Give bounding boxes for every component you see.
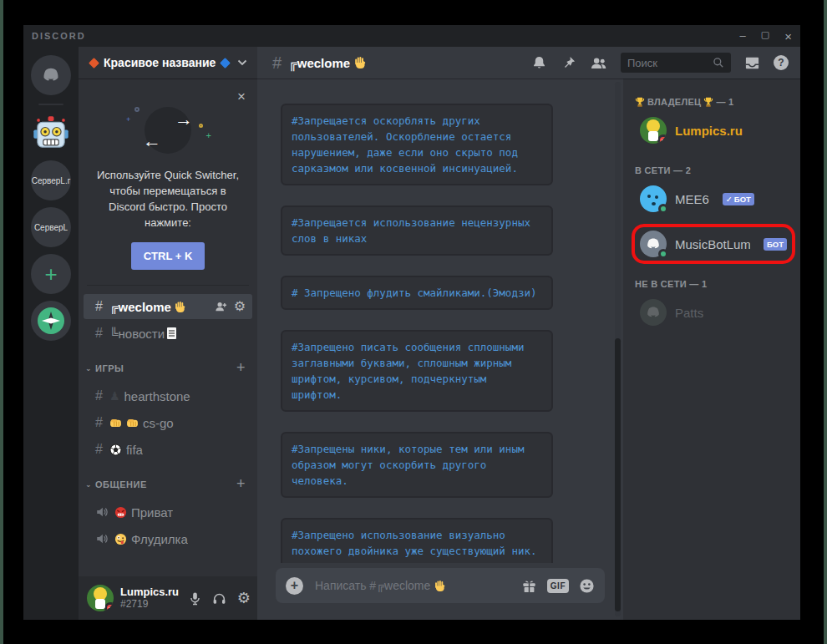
search-box — [621, 53, 731, 73]
user-settings-gear-icon[interactable]: ⚙ — [237, 591, 251, 606]
member-row-patts[interactable]: Patts — [635, 296, 792, 329]
ctrl-k-button[interactable]: CTRL + K — [131, 242, 205, 270]
channel-list: × → ← + + Используйте Quick Switcher, чт… — [79, 79, 257, 576]
avatar — [640, 185, 667, 212]
member-row-musicbotlumpics[interactable]: MusicBotLumpics БОТ — [635, 227, 792, 261]
add-channel-button[interactable]: + — [236, 475, 246, 493]
scrollbar[interactable] — [615, 82, 621, 616]
notifications-bell-icon[interactable] — [531, 55, 547, 71]
user-avatar[interactable] — [87, 585, 114, 611]
scrollbar-thumb[interactable] — [615, 338, 621, 611]
message-codeblock: #Запрещается использование нецензурных с… — [281, 205, 553, 256]
angry-face-emoji — [114, 506, 127, 519]
voice-channel-privat[interactable]: Приват — [79, 499, 257, 525]
fist-emoji — [126, 418, 139, 428]
server-name: Красивое название — [104, 56, 216, 69]
quick-switcher-text: Используйте Quick Switcher, чтобы переме… — [92, 167, 244, 231]
server-icon-serverl-g[interactable]: СерверL.г — [31, 160, 71, 200]
discord-wordmark: DISCORD — [32, 31, 86, 41]
emoji-picker-smiley-icon[interactable] — [579, 578, 595, 594]
chevron-down-icon: ⌄ — [85, 364, 92, 373]
member-list-people-icon[interactable] — [590, 56, 607, 70]
zany-face-emoji — [114, 533, 127, 545]
channel-weclome[interactable]: # ╔weclome ⚙ — [84, 294, 252, 319]
window-controls: – ▢ × — [740, 30, 792, 43]
pawn-emoji: ♟ — [109, 389, 120, 403]
server-icon-serverl[interactable]: СерверL — [31, 207, 71, 247]
channel-novosti[interactable]: # ╚новости — [79, 321, 257, 346]
hash-icon: # — [95, 415, 103, 430]
chevron-down-icon — [237, 59, 247, 66]
inbox-icon[interactable] — [744, 55, 760, 71]
server-rail: СерверL.г СерверL + — [23, 47, 79, 620]
close-icon[interactable]: × — [237, 89, 246, 105]
category-communication[interactable]: ⌄ ОБЩЕНИЕ + — [79, 475, 257, 493]
hash-icon: # — [95, 326, 103, 341]
search-input[interactable] — [627, 57, 713, 69]
arrow-left-icon: ← — [143, 132, 161, 150]
add-channel-button[interactable]: + — [236, 359, 246, 377]
server-header[interactable]: Красивое название — [79, 47, 257, 79]
decor-dot — [134, 107, 140, 112]
hand-emoji — [434, 580, 446, 592]
screenshot: DISCORD – ▢ × — [0, 0, 827, 644]
upload-plus-icon[interactable]: + — [286, 577, 303, 595]
deafen-headphones-icon[interactable] — [212, 592, 226, 605]
voice-channel-fludilka[interactable]: Флудилка — [79, 526, 257, 551]
search-icon — [713, 57, 724, 68]
help-icon[interactable]: ? — [774, 55, 789, 70]
message-list: #Запрещается оскорблять других пользоват… — [257, 79, 623, 563]
category-games[interactable]: ⌄ ИГРЫ + — [79, 359, 257, 377]
document-emoji — [167, 327, 176, 339]
dnd-status-badge — [657, 134, 667, 144]
server-discovery-button[interactable] — [31, 301, 71, 341]
user-panel: Lumpics.ru #2719 ⚙ — [79, 576, 257, 620]
message-codeblock: #Запрещено писать сообщения сплошными за… — [281, 330, 553, 412]
gift-icon[interactable] — [521, 578, 537, 594]
blue-diamond-icon — [220, 58, 231, 68]
speaker-icon — [95, 505, 109, 519]
hand-emoji — [353, 56, 367, 69]
member-row-mee6[interactable]: MEE6 ✓ БОТ — [635, 182, 792, 216]
hash-icon: # — [95, 442, 103, 457]
channel-hearthstone[interactable]: # ♟ hearthstone — [79, 383, 257, 408]
gif-picker-button[interactable]: GIF — [547, 579, 569, 593]
dnd-status-badge — [104, 602, 114, 611]
member-list: ВЛАДЕЛЕЦ — 1 Lumpics.ru В СЕТИ — [623, 79, 800, 620]
pinned-messages-pin-icon[interactable] — [561, 55, 576, 71]
member-row-lumpics[interactable]: Lumpics.ru — [635, 114, 792, 147]
message-codeblock: #Запрещено использование визуально похож… — [281, 518, 553, 563]
desktop-edge-right — [824, 0, 827, 644]
minimize-button[interactable]: – — [740, 30, 746, 43]
close-button[interactable]: × — [784, 30, 792, 43]
channel-settings-gear-icon[interactable]: ⚙ — [234, 300, 246, 313]
orange-diamond-icon — [89, 58, 99, 68]
robot-icon — [32, 114, 70, 153]
chat-area: #Запрещается оскорблять других пользоват… — [257, 79, 623, 620]
bot-badge: БОТ — [764, 238, 787, 251]
owner-section-header: ВЛАДЕЛЕЦ — 1 — [635, 97, 792, 107]
decor-plus: + — [126, 115, 130, 124]
mute-mic-icon[interactable] — [189, 591, 201, 606]
maximize-button[interactable]: ▢ — [761, 30, 769, 43]
hash-icon: # — [272, 53, 282, 73]
divider — [87, 285, 249, 286]
add-server-button[interactable]: + — [31, 254, 71, 294]
quick-switcher-card: × → ← + + Используйте Quick Switcher, чт… — [79, 89, 257, 285]
server-icon-robot[interactable] — [31, 114, 71, 154]
input-placeholder: Написать #╔weclome — [315, 579, 430, 592]
channel-cs-go[interactable]: # cs-go — [79, 410, 257, 435]
avatar — [640, 117, 667, 144]
fist-emoji — [109, 418, 122, 428]
message-input[interactable]: + Написать #╔weclome GIF — [276, 568, 605, 603]
message-codeblock: #Запрещается оскорблять других пользоват… — [281, 104, 553, 185]
invite-people-icon[interactable] — [214, 301, 227, 312]
trophy-icon — [703, 97, 713, 107]
home-button[interactable] — [31, 55, 71, 95]
arrow-right-icon: → — [175, 110, 193, 129]
channel-fifa[interactable]: # fifa — [79, 437, 257, 462]
discord-window: DISCORD – ▢ × — [23, 25, 800, 620]
hash-icon: # — [95, 388, 103, 403]
bot-badge: ✓ БОТ — [723, 193, 754, 205]
compass-icon — [36, 306, 66, 336]
